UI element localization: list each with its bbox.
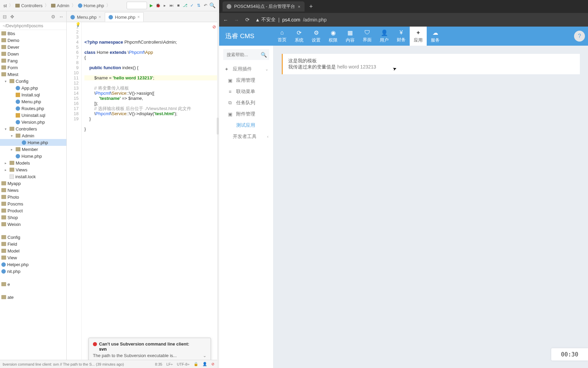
tree-folder[interactable]: Myapp bbox=[0, 180, 66, 187]
vcs-icon[interactable]: ⎇ bbox=[182, 3, 188, 8]
hide-icon[interactable]: ↔ bbox=[59, 14, 64, 19]
tree-folder[interactable]: Shop bbox=[0, 214, 66, 221]
tree-folder[interactable]: Form bbox=[0, 64, 66, 71]
encoding[interactable]: UTF-8÷ bbox=[177, 362, 190, 366]
editor-tab[interactable]: Menu.php × bbox=[67, 12, 105, 22]
search-icon[interactable]: 🔍 bbox=[210, 3, 215, 8]
error-indicator-icon[interactable]: ⊘ bbox=[212, 24, 216, 28]
run-icon[interactable]: ▶ bbox=[148, 3, 154, 8]
top-menu-item[interactable]: ▦内容 bbox=[342, 27, 359, 46]
update-icon[interactable]: ✓ bbox=[189, 3, 195, 8]
collapse-icon[interactable]: ⊟ bbox=[3, 14, 7, 19]
sidebar-item[interactable]: 测试应用 bbox=[219, 120, 273, 131]
undo-icon[interactable]: ↶ bbox=[203, 3, 208, 8]
tree-folder[interactable]: Bbs bbox=[0, 30, 66, 37]
search-icon[interactable]: 🔍 bbox=[261, 52, 267, 58]
forward-button[interactable]: → bbox=[233, 17, 240, 23]
breadcrumb-item[interactable]: st bbox=[2, 3, 8, 8]
coverage-icon[interactable]: ▸ bbox=[162, 3, 167, 8]
tree-folder[interactable]: News bbox=[0, 187, 66, 194]
tree-folder[interactable]: e bbox=[0, 281, 66, 288]
tree-file[interactable]: Menu.php bbox=[0, 98, 66, 105]
tree-folder[interactable]: ▾Controllers bbox=[0, 125, 66, 132]
url-field[interactable]: ▲不安全 | ps4.com/admin.php bbox=[255, 17, 327, 23]
tree-folder[interactable]: ▸Models bbox=[0, 159, 66, 166]
tree-file[interactable]: Install.sql bbox=[0, 91, 66, 98]
tree-folder[interactable]: Mtest bbox=[0, 71, 66, 78]
tree-file[interactable]: Routes.php bbox=[0, 105, 66, 112]
top-menu-item[interactable]: ☁服务 bbox=[427, 27, 444, 46]
inspector-icon[interactable]: 👤 bbox=[202, 362, 207, 366]
cursor-position[interactable]: 8:35 bbox=[155, 362, 162, 366]
sidebar-item[interactable]: ⧉任务队列 bbox=[219, 97, 273, 108]
top-menu-item[interactable]: ⌂首页 bbox=[274, 27, 291, 46]
diff-icon[interactable]: ⇅ bbox=[196, 3, 201, 8]
top-menu-item[interactable]: 🛡界面 bbox=[359, 27, 376, 46]
lock-icon[interactable]: 🔒 bbox=[194, 362, 198, 366]
tree-folder[interactable]: Down bbox=[0, 50, 66, 57]
tree-file[interactable]: install.lock bbox=[0, 173, 66, 180]
gear-icon[interactable]: ⚙ bbox=[51, 14, 55, 19]
error-count-icon[interactable]: ⊘ bbox=[211, 362, 214, 366]
tree-folder[interactable]: ▾Admin bbox=[0, 132, 66, 139]
tree-folder[interactable]: Fang bbox=[0, 57, 66, 64]
reload-button[interactable]: ⟳ bbox=[244, 17, 250, 23]
tree-folder[interactable]: Weixin bbox=[0, 221, 66, 228]
tree-folder[interactable]: ▸Member bbox=[0, 146, 66, 153]
close-icon[interactable]: × bbox=[99, 15, 101, 19]
tree-folder[interactable]: ▸Views bbox=[0, 166, 66, 173]
close-icon[interactable]: × bbox=[137, 15, 140, 19]
svn-warning-popup[interactable]: Can't use Subversion command line client… bbox=[88, 338, 211, 362]
sidebar-section[interactable]: ✦应用插件⌄ bbox=[219, 63, 273, 75]
tree-file[interactable]: App.php bbox=[0, 85, 66, 91]
user-menu[interactable]: ? bbox=[571, 27, 588, 46]
debug-icon[interactable]: 🐞 bbox=[155, 3, 161, 8]
top-menu-item[interactable]: ¥财务 bbox=[393, 27, 410, 46]
project-tree-list[interactable]: BbsDemoDeverDownFangFormMtest▾ConfigApp.… bbox=[0, 30, 66, 360]
stop-icon[interactable]: ■ bbox=[176, 3, 181, 8]
breadcrumb-item[interactable]: Admin bbox=[50, 3, 71, 8]
split-handle[interactable] bbox=[216, 37, 219, 215]
back-button[interactable]: ← bbox=[223, 17, 229, 23]
code-content[interactable]: ⊘ <?php namespace Phpcmf\Controllers\Adm… bbox=[82, 22, 217, 360]
sidebar-item[interactable]: ▣附件管理 bbox=[219, 108, 273, 120]
tree-folder[interactable]: View bbox=[0, 254, 66, 261]
browser-tab[interactable]: POSCMS4站点 - 后台管理平台 × bbox=[223, 1, 305, 12]
tree-folder[interactable]: Poscms bbox=[0, 200, 66, 207]
tree-folder[interactable]: Photo bbox=[0, 194, 66, 200]
tree-file[interactable]: Home.php bbox=[0, 153, 66, 159]
editor-tab[interactable]: Home.php × bbox=[105, 12, 144, 22]
code-area[interactable]: 12345678910111213141516171819 ⊘ <?php na… bbox=[67, 22, 217, 360]
tree-folder[interactable]: ▾Config bbox=[0, 78, 66, 85]
tree-file[interactable]: Uninstall.sql bbox=[0, 112, 66, 119]
tree-folder[interactable]: Dever bbox=[0, 44, 66, 50]
top-menu-item[interactable]: ◉权限 bbox=[325, 27, 342, 46]
tree-folder[interactable]: Demo bbox=[0, 37, 66, 44]
tree-folder[interactable]: Product bbox=[0, 207, 66, 214]
tree-folder[interactable]: Model bbox=[0, 247, 66, 254]
tree-file[interactable]: Home.php bbox=[0, 139, 66, 146]
tree-file[interactable]: Helper.php bbox=[0, 261, 66, 268]
run-config-select[interactable] bbox=[127, 2, 147, 9]
tree-folder[interactable]: ate bbox=[0, 294, 66, 301]
intention-bulb-icon[interactable]: 💡 bbox=[76, 22, 81, 27]
tree-file[interactable]: nit.php bbox=[0, 268, 66, 275]
skip-icon[interactable]: ⏭ bbox=[169, 3, 174, 8]
breadcrumb-item[interactable]: Controllers bbox=[14, 3, 44, 8]
top-menu-item[interactable]: 👤用户 bbox=[376, 27, 393, 46]
new-tab-button[interactable]: + bbox=[307, 3, 316, 10]
cms-brand[interactable]: 迅睿 CMS bbox=[219, 27, 274, 46]
top-menu-item[interactable]: ✦应用 bbox=[410, 27, 427, 46]
close-icon[interactable]: × bbox=[298, 4, 300, 9]
top-menu-item[interactable]: ⚙设置 bbox=[308, 27, 325, 46]
line-ending[interactable]: LF÷ bbox=[166, 362, 173, 366]
chevron-down-icon[interactable]: ⌄ bbox=[203, 353, 207, 358]
tree-folder[interactable]: Field bbox=[0, 241, 66, 247]
tree-file[interactable]: Version.php bbox=[0, 119, 66, 125]
top-menu-item[interactable]: ⟳系统 bbox=[291, 27, 308, 46]
breadcrumb-item[interactable]: Home.php bbox=[77, 3, 105, 8]
sidebar-item[interactable]: ≡联动菜单 bbox=[219, 86, 273, 97]
tree-folder[interactable]: Config bbox=[0, 234, 66, 241]
sidebar-section[interactable]: 开发者工具‹ bbox=[219, 131, 273, 142]
sidebar-item[interactable]: ▣应用管理 bbox=[219, 75, 273, 86]
